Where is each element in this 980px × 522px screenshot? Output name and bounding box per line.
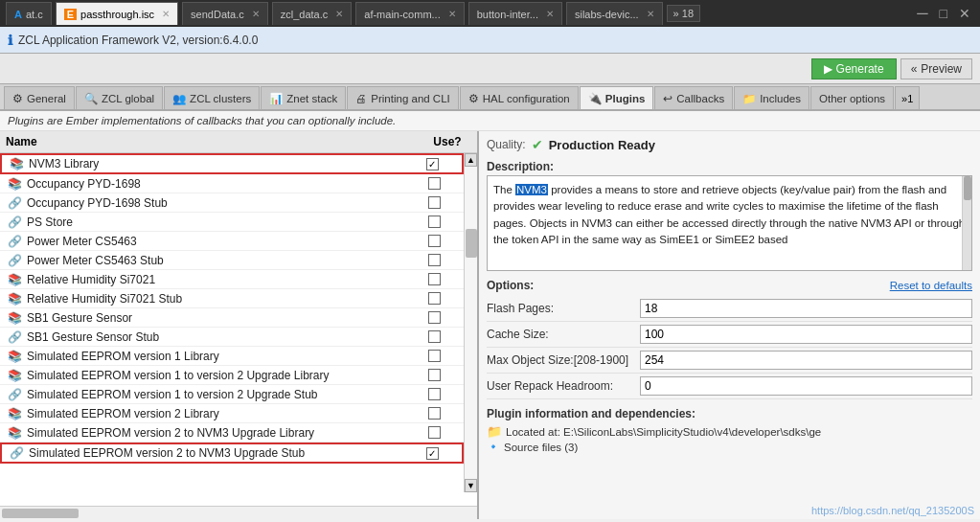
- tab-close-afmain[interactable]: ✕: [448, 9, 456, 19]
- checkbox-pm5463stub[interactable]: [428, 254, 441, 266]
- plugin-name-psstore: PS Store: [27, 216, 410, 229]
- scroll-down-button[interactable]: ▼: [465, 479, 477, 492]
- tab-halconfig[interactable]: ⚙ HAL configuration: [460, 86, 579, 109]
- list-item[interactable]: 📚 Relative Humidity Si7021 Stub: [0, 289, 464, 308]
- checkbox-simeev2nvm3[interactable]: [428, 426, 441, 439]
- checkbox-simeev1v2[interactable]: [428, 369, 441, 381]
- plugin-check-simeev1v2stub[interactable]: [410, 388, 458, 400]
- plugin-list[interactable]: 📚 NVM3 Library ✓ 📚 Occupancy PYD-1698 🔗 …: [0, 153, 477, 506]
- tab-button[interactable]: button-inter... ✕: [468, 2, 562, 25]
- tab-close-passthrough[interactable]: ✕: [162, 9, 170, 19]
- tab-callbacks[interactable]: ↩ Callbacks: [654, 86, 733, 109]
- checkbox-simeev1[interactable]: [428, 350, 441, 362]
- checkbox-sb1[interactable]: [428, 311, 441, 324]
- checkbox-psstore[interactable]: [428, 216, 441, 228]
- plugin-check-sb1[interactable]: [410, 311, 458, 324]
- plugin-check-simeev2[interactable]: [410, 407, 458, 420]
- tab-close-senddata[interactable]: ✕: [252, 9, 260, 19]
- plugin-check-simeev2nvm3stub[interactable]: ✓: [408, 447, 456, 460]
- reset-defaults-link[interactable]: Reset to defaults: [890, 280, 972, 291]
- checkbox-sb1stub[interactable]: [428, 330, 441, 343]
- minimize-button[interactable]: ─: [913, 5, 931, 22]
- col-name-header: Name: [6, 135, 423, 148]
- generate-button[interactable]: ▶ Generate: [811, 58, 897, 79]
- list-item[interactable]: 🔗 SB1 Gesture Sensor Stub: [0, 328, 464, 347]
- tab-senddata[interactable]: sendData.c ✕: [182, 2, 268, 25]
- max-object-size-input[interactable]: [640, 351, 972, 370]
- checkbox-simeev2nvm3stub[interactable]: ✓: [426, 447, 439, 460]
- tab-general[interactable]: ⚙ General: [4, 86, 75, 109]
- close-button[interactable]: ✕: [955, 6, 974, 21]
- description-box[interactable]: The NVM3 provides a means to store and r…: [487, 175, 972, 271]
- plugin-check-rh7021stub[interactable]: [410, 292, 458, 305]
- checkbox-occ1698stub[interactable]: [428, 196, 441, 209]
- tab-zclclusters[interactable]: 👥 ZCL clusters: [164, 86, 260, 109]
- plugin-check-sb1stub[interactable]: [410, 330, 458, 343]
- plugin-check-simeev2nvm3[interactable]: [410, 426, 458, 439]
- plugin-check-rh7021[interactable]: [410, 273, 458, 285]
- checkbox-simeev1v2stub[interactable]: [428, 388, 441, 400]
- checkbox-occ1698[interactable]: [428, 177, 441, 190]
- cache-size-input[interactable]: [640, 325, 972, 344]
- list-item[interactable]: 🔗 PS Store: [0, 213, 464, 232]
- plugin-check-pm5463stub[interactable]: [410, 254, 458, 266]
- checkbox-simeev2[interactable]: [428, 407, 441, 420]
- tab-otheroptions[interactable]: Other options: [810, 86, 894, 109]
- tab-atc[interactable]: A at.c: [6, 2, 52, 25]
- tab-zclglobal[interactable]: 🔍 ZCL global: [76, 86, 163, 109]
- tab-plugins[interactable]: 🔌 Plugins: [580, 86, 654, 109]
- desc-text-after: provides a means to store and retrieve o…: [493, 184, 965, 245]
- tab-label-senddata: sendData.c: [191, 9, 244, 20]
- list-item[interactable]: 📚 Simulated EEPROM version 1 to version …: [0, 366, 464, 385]
- maximize-button[interactable]: □: [936, 6, 951, 21]
- plugin-check-simeev1[interactable]: [410, 350, 458, 362]
- vertical-scrollbar[interactable]: ▲ ▼: [464, 153, 477, 492]
- plugin-icon-simeev1v2stub: 🔗: [6, 388, 23, 401]
- list-item[interactable]: 📚 Simulated EEPROM version 1 Library: [0, 347, 464, 366]
- list-item[interactable]: 🔗 Power Meter CS5463 Stub: [0, 251, 464, 270]
- tab-label-silabs: silabs-devic...: [575, 9, 639, 20]
- tab-close-button[interactable]: ✕: [546, 9, 554, 19]
- list-item[interactable]: 📚 NVM3 Library ✓: [0, 153, 464, 174]
- plugin-icon-occ1698: 📚: [6, 177, 23, 191]
- plugin-check-pm5463[interactable]: [410, 235, 458, 247]
- horizontal-scrollbar[interactable]: [0, 506, 477, 519]
- list-item-selected-bottom[interactable]: 🔗 Simulated EEPROM version 2 to NVM3 Upg…: [0, 443, 464, 464]
- tab-close-silabs[interactable]: ✕: [647, 9, 654, 19]
- plugin-check-simeev1v2[interactable]: [410, 369, 458, 381]
- plugin-check-nvm3[interactable]: ✓: [408, 158, 456, 170]
- tab-silabs[interactable]: silabs-devic... ✕: [566, 2, 663, 25]
- checkbox-rh7021stub[interactable]: [428, 292, 441, 305]
- list-item[interactable]: 🔗 Occupancy PYD-1698 Stub: [0, 193, 464, 213]
- list-item[interactable]: 📚 SB1 Gesture Sensor: [0, 308, 464, 328]
- user-repack-input[interactable]: [640, 376, 972, 396]
- plugin-check-occ1698[interactable]: [410, 177, 458, 190]
- checkbox-nvm3[interactable]: ✓: [426, 158, 439, 170]
- plugin-check-psstore[interactable]: [410, 216, 458, 228]
- tab-znetstack[interactable]: 📊 Znet stack: [261, 86, 346, 109]
- list-item[interactable]: 📚 Simulated EEPROM version 2 Library: [0, 404, 464, 423]
- checkbox-pm5463[interactable]: [428, 235, 441, 247]
- preview-button[interactable]: « Preview: [900, 58, 972, 79]
- desc-scrollbar[interactable]: [962, 176, 971, 270]
- tab-zcldata[interactable]: zcl_data.c ✕: [272, 2, 353, 25]
- checkbox-rh7021[interactable]: [428, 273, 441, 285]
- tab-passthrough[interactable]: E passthrough.isc ✕: [56, 2, 178, 25]
- scroll-up-button[interactable]: ▲: [465, 153, 477, 167]
- flash-pages-input[interactable]: [640, 299, 972, 318]
- tab-afmain[interactable]: af-main-comm... ✕: [355, 2, 464, 25]
- tab-overflow[interactable]: » 18: [667, 5, 700, 22]
- list-item[interactable]: 📚 Simulated EEPROM version 2 to NVM3 Upg…: [0, 423, 464, 443]
- list-item[interactable]: 📚 Occupancy PYD-1698: [0, 174, 464, 193]
- tab-printing[interactable]: 🖨 Printing and CLI: [347, 86, 458, 109]
- list-item[interactable]: 🔗 Simulated EEPROM version 1 to version …: [0, 385, 464, 404]
- tab-nav-overflow[interactable]: » 1: [895, 86, 920, 109]
- scroll-track[interactable]: [465, 167, 477, 479]
- tab-close-zcldata[interactable]: ✕: [335, 9, 343, 19]
- list-item[interactable]: 📚 Relative Humidity Si7021: [0, 270, 464, 289]
- tab-includes[interactable]: 📁 Includes: [734, 86, 809, 109]
- plugin-name-rh7021stub: Relative Humidity Si7021 Stub: [27, 292, 410, 306]
- tab-general-label: General: [27, 93, 66, 104]
- list-item[interactable]: 🔗 Power Meter CS5463: [0, 232, 464, 251]
- plugin-check-occ1698stub[interactable]: [410, 196, 458, 209]
